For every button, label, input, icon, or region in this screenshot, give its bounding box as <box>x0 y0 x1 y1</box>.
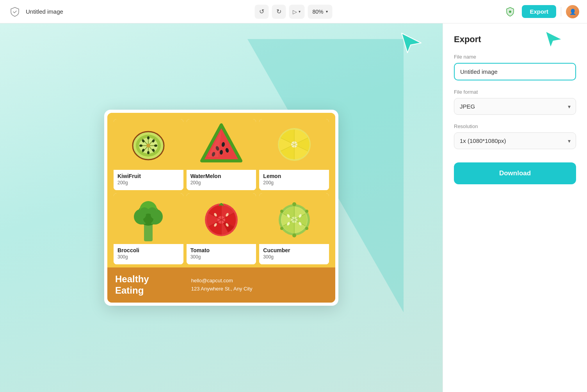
kiwi-name: KiwiFruit <box>117 173 180 179</box>
watermelon-name: WaterMelon <box>190 173 253 179</box>
play-icon: ▷ <box>293 9 297 15</box>
kiwi-info: KiwiFruit 200g <box>114 170 183 190</box>
broccoli-info: Broccoli 300g <box>114 244 183 264</box>
lemon-info: Lemon 200g <box>259 170 329 190</box>
svg-point-72 <box>292 202 296 206</box>
svg-point-10 <box>147 136 149 139</box>
watermelon-image <box>187 119 256 170</box>
file-name-label: File name <box>454 54 576 60</box>
kiwi-image <box>114 119 183 170</box>
zoom-control[interactable]: 80% ▾ <box>308 5 332 19</box>
fruit-card-broccoli: Broccoli 300g <box>114 193 183 264</box>
svg-point-77 <box>280 210 283 213</box>
broccoli-weight: 300g <box>117 254 180 260</box>
design-card: KiwiFruit 200g <box>104 110 338 306</box>
broccoli-image <box>114 193 183 244</box>
logo-button[interactable] <box>8 5 22 19</box>
play-dropdown-icon: ▾ <box>299 9 301 14</box>
zoom-dropdown-icon: ▾ <box>326 9 328 14</box>
download-button[interactable]: Download <box>454 162 576 184</box>
shield-button[interactable] <box>503 5 517 19</box>
redo-button[interactable]: ↻ <box>272 5 286 19</box>
file-format-label: File format <box>454 89 576 95</box>
export-panel: Export File name File format JPEG PNG We… <box>443 23 587 392</box>
play-button[interactable]: ▷ ▾ <box>289 5 304 19</box>
toolbar-center: ↺ ↻ ▷ ▾ 80% ▾ <box>254 5 332 19</box>
lemon-image <box>259 119 329 170</box>
main-content: KiwiFruit 200g <box>0 23 587 392</box>
fruit-card-cucumber: Cucumber 300g <box>259 193 329 264</box>
svg-marker-79 <box>546 31 562 48</box>
broccoli-name: Broccoli <box>117 247 180 253</box>
file-name-input[interactable] <box>454 63 576 80</box>
svg-point-14 <box>147 151 149 154</box>
fruit-card-lemon: Lemon 200g <box>259 119 329 190</box>
svg-point-76 <box>280 227 283 230</box>
toolbar-divider <box>561 7 561 16</box>
resolution-label: Resolution <box>454 123 576 129</box>
svg-point-44 <box>151 210 159 219</box>
resolution-select[interactable]: 1x (1080*1080px) 2x (2160*2160px) 0.5x (… <box>454 132 576 149</box>
fruit-card-watermelon: WaterMelon 200g <box>187 119 256 190</box>
svg-point-16 <box>139 144 142 147</box>
cucumber-image <box>259 193 329 244</box>
topbar-left: Untitled image <box>8 5 498 19</box>
file-format-wrapper: JPEG PNG WebP GIF ▾ <box>454 98 576 115</box>
svg-point-43 <box>137 210 146 219</box>
svg-point-8 <box>146 144 150 148</box>
cucumber-name: Cucumber <box>263 247 325 253</box>
fruit-card-kiwi: KiwiFruit 200g <box>114 119 183 190</box>
kiwi-weight: 200g <box>117 180 180 185</box>
topbar: Untitled image ↺ ↻ ▷ ▾ 80% ▾ Export 👤 <box>0 0 587 23</box>
document-title: Untitled image <box>26 8 63 15</box>
tomato-info: Tomato 300g <box>187 244 256 264</box>
fruit-grid: KiwiFruit 200g <box>107 113 335 267</box>
footer-contact: hello@capcut.com 123 Anywhere St., Any C… <box>191 277 327 293</box>
watermelon-info: WaterMelon 200g <box>187 170 256 190</box>
canvas-area[interactable]: KiwiFruit 200g <box>0 23 443 392</box>
fruit-card-tomato: Tomato 300g <box>187 193 256 264</box>
svg-marker-78 <box>402 33 421 53</box>
svg-point-0 <box>509 11 511 13</box>
svg-rect-35 <box>144 224 153 241</box>
undo-button[interactable]: ↺ <box>254 5 269 19</box>
zoom-value: 80% <box>312 9 323 15</box>
topbar-right: Export 👤 <box>503 5 579 19</box>
file-format-select[interactable]: JPEG PNG WebP GIF <box>454 98 576 115</box>
svg-point-75 <box>292 233 296 237</box>
lemon-weight: 200g <box>263 180 325 185</box>
watermelon-weight: 200g <box>190 180 253 185</box>
tomato-image <box>187 193 256 244</box>
design-footer: HealthyEating hello@capcut.com 123 Anywh… <box>107 267 335 303</box>
cucumber-weight: 300g <box>263 254 325 260</box>
tomato-name: Tomato <box>190 247 253 253</box>
export-button[interactable]: Export <box>522 5 556 18</box>
svg-point-74 <box>305 227 308 230</box>
panel-cursor <box>544 30 564 51</box>
svg-point-73 <box>305 210 308 213</box>
design-inner: KiwiFruit 200g <box>107 113 335 303</box>
svg-point-12 <box>154 144 157 147</box>
footer-title: HealthyEating <box>115 274 183 296</box>
cucumber-info: Cucumber 300g <box>259 244 329 264</box>
avatar[interactable]: 👤 <box>566 5 579 18</box>
cursor-arrow <box>400 31 423 56</box>
tomato-weight: 300g <box>190 254 253 260</box>
resolution-wrapper: 1x (1080*1080px) 2x (2160*2160px) 0.5x (… <box>454 132 576 149</box>
lemon-name: Lemon <box>263 173 325 179</box>
